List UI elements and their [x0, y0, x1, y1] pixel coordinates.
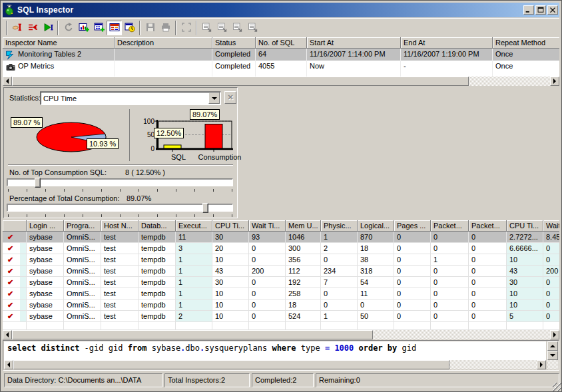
grid-cell[interactable]: test: [101, 266, 139, 277]
close-button[interactable]: [547, 5, 558, 15]
grid-row[interactable]: ✔sybaseOmniS...testtempdb32003002180006.…: [3, 243, 559, 254]
inspector-cell[interactable]: Once: [493, 49, 559, 61]
grid-cell[interactable]: 0: [358, 299, 394, 311]
scroll-left-icon[interactable]: [3, 77, 12, 86]
grid-col-11[interactable]: Pages ...: [394, 220, 431, 232]
grid-cell[interactable]: 0: [394, 277, 431, 288]
grid-row[interactable]: ✔sybaseOmniS...testtempdb11001800000100: [3, 299, 559, 311]
grid-cell[interactable]: 192: [286, 277, 321, 288]
grid-cell[interactable]: 54: [358, 277, 394, 288]
inspector-col-3[interactable]: No. of SQL: [256, 37, 307, 49]
scroll-left-icon[interactable]: [3, 330, 12, 339]
grid-cell[interactable]: 6.6666...: [507, 243, 543, 254]
grid-cell[interactable]: 0: [431, 311, 469, 322]
grid-cell[interactable]: OmniS...: [64, 232, 101, 243]
add-grid-button[interactable]: [91, 21, 107, 35]
grid-cell[interactable]: 0: [431, 232, 469, 243]
grid-cell[interactable]: 8.454: [543, 232, 559, 243]
grid-cell[interactable]: sybase: [27, 254, 64, 266]
grid-cell[interactable]: 0: [394, 299, 431, 311]
grid-cell[interactable]: 20: [212, 243, 249, 254]
grid-cell[interactable]: test: [101, 243, 139, 254]
delete-inspector-button[interactable]: [25, 21, 40, 35]
grid-cell[interactable]: 0: [249, 277, 286, 288]
grid-cell[interactable]: OmniS...: [64, 254, 101, 266]
scroll-left-icon[interactable]: [4, 360, 13, 369]
inspector-cell[interactable]: Now: [307, 61, 401, 73]
grid-cell[interactable]: 3: [176, 243, 212, 254]
grid-cell[interactable]: test: [101, 288, 139, 299]
maximize-button[interactable]: [535, 5, 546, 15]
slider-thumb[interactable]: [202, 203, 208, 213]
grid-cell[interactable]: 0: [249, 288, 286, 299]
grid-cell[interactable]: 5: [507, 311, 543, 322]
grid-cell[interactable]: test: [101, 299, 139, 311]
grid-cell[interactable]: sybase: [27, 299, 64, 311]
grid-cell[interactable]: sybase: [27, 266, 64, 277]
grid-cell[interactable]: 200: [249, 266, 286, 277]
grid-cell[interactable]: 300: [286, 243, 321, 254]
pct-slider[interactable]: [7, 204, 233, 212]
inspector-cell[interactable]: 11/16/2007 1:14:00 PM: [307, 49, 401, 61]
grid-cell[interactable]: 112: [286, 266, 321, 277]
grid-row[interactable]: ✔sybaseOmniS...testtempdb113093104618700…: [3, 232, 559, 243]
inspector-cell[interactable]: Completed: [212, 61, 256, 73]
grid-cell[interactable]: ✔: [3, 288, 27, 299]
grid-cell[interactable]: 1: [176, 288, 212, 299]
scroll-up-icon[interactable]: [547, 341, 558, 351]
grid-cell[interactable]: tempdb: [139, 243, 176, 254]
grid-cell[interactable]: 10: [212, 288, 249, 299]
grid-cell[interactable]: 0: [431, 277, 469, 288]
grid-row[interactable]: ✔sybaseOmniS...testtempdb110025801100010…: [3, 288, 559, 299]
grid-cell[interactable]: 30: [507, 277, 543, 288]
grid-cell[interactable]: 0: [431, 243, 469, 254]
grid-cell[interactable]: 11: [358, 288, 394, 299]
grid-cell[interactable]: 43: [507, 266, 543, 277]
grid-col-8[interactable]: Mem U...: [286, 220, 321, 232]
grid-cell[interactable]: 524: [286, 311, 321, 322]
grid-cell[interactable]: sybase: [27, 288, 64, 299]
scroll-down-icon[interactable]: [547, 351, 558, 360]
grid-row[interactable]: ✔sybaseOmniS...testtempdb143200112234318…: [3, 266, 559, 277]
grid-cell[interactable]: 0: [394, 232, 431, 243]
grid-col-6[interactable]: CPU Ti...: [212, 220, 249, 232]
grid-cell[interactable]: ✔: [3, 232, 27, 243]
grid-col-5[interactable]: Execut...: [176, 220, 212, 232]
grid-cell[interactable]: 0: [469, 243, 507, 254]
top-sql-slider[interactable]: [7, 178, 233, 186]
grid-cell[interactable]: 0: [249, 299, 286, 311]
grid-cell[interactable]: OmniS...: [64, 266, 101, 277]
grid-cell[interactable]: 0: [431, 288, 469, 299]
grid-cell[interactable]: sybase: [27, 277, 64, 288]
grid-cell[interactable]: OmniS...: [64, 299, 101, 311]
grid-cell[interactable]: 258: [286, 288, 321, 299]
grid-cell[interactable]: 2: [176, 311, 212, 322]
grid-cell[interactable]: 10: [507, 254, 543, 266]
grid-cell[interactable]: sybase: [27, 232, 64, 243]
inspector-cell[interactable]: Monitoring Tables 2: [3, 49, 115, 61]
inspector-cell[interactable]: [115, 61, 212, 73]
grid-cell[interactable]: ✔: [3, 277, 27, 288]
grid-cell[interactable]: 1: [176, 254, 212, 266]
scrollbar-thumb[interactable]: [12, 77, 469, 86]
grid-cell[interactable]: 0: [469, 311, 507, 322]
inspector-cell[interactable]: Once: [493, 61, 559, 73]
grid-cell[interactable]: 0: [394, 254, 431, 266]
grid-cell[interactable]: 0: [394, 243, 431, 254]
grid-row[interactable]: ✔sybaseOmniS...testtempdb130019275400030…: [3, 277, 559, 288]
grid-cell[interactable]: 1: [176, 299, 212, 311]
grid-cell[interactable]: ✔: [3, 311, 27, 322]
grid-row[interactable]: ✔sybaseOmniS...testtempdb110035603801010…: [3, 254, 559, 266]
grid-col-1[interactable]: Login ...: [27, 220, 64, 232]
grid-cell[interactable]: 1: [321, 311, 358, 322]
grid-cell[interactable]: 1046: [286, 232, 321, 243]
scrollbar-track[interactable]: [12, 330, 550, 339]
grid-col-2[interactable]: Progra...: [64, 220, 101, 232]
inspector-col-4[interactable]: Start At: [307, 37, 401, 49]
grid-cell[interactable]: 870: [358, 232, 394, 243]
grid-cell[interactable]: 30: [212, 232, 249, 243]
grid-cell[interactable]: 0: [321, 299, 358, 311]
grid-cell[interactable]: 10: [212, 311, 249, 322]
grid-col-7[interactable]: Wait Ti...: [249, 220, 286, 232]
grid-cell[interactable]: OmniS...: [64, 243, 101, 254]
